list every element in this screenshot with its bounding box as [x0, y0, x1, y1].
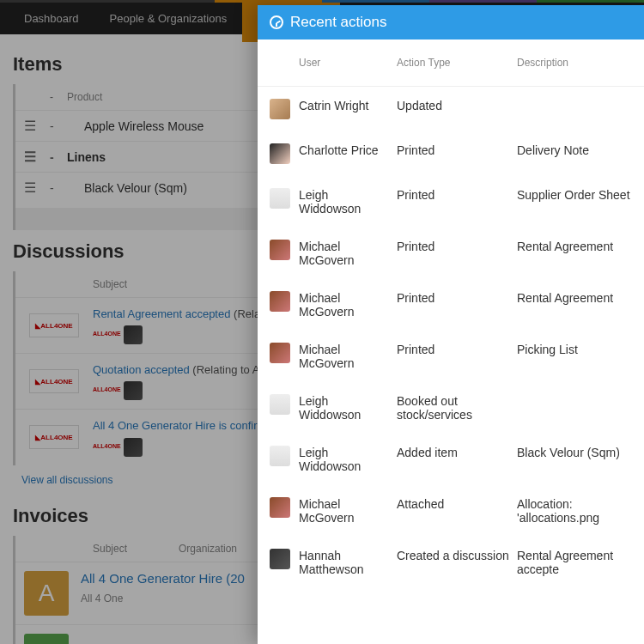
action-description: Supplier Order Sheet: [517, 188, 632, 202]
action-type: Updated: [397, 99, 517, 112]
avatar: [124, 325, 143, 344]
action-description: Picking List: [517, 343, 632, 356]
avatar: [270, 343, 290, 363]
action-type: Booked out stock/services: [397, 394, 517, 422]
invoice-badge: A: [24, 634, 69, 644]
org-logo: ◣ALL4ONE: [24, 418, 84, 456]
recent-action-row[interactable]: Michael McGovernPrintedRental Agreement: [258, 279, 644, 331]
action-description: Allocation: 'allocations.png: [517, 497, 632, 525]
action-user: Michael McGovern: [299, 291, 397, 319]
action-description: Delivery Note: [517, 143, 632, 157]
recent-action-row[interactable]: Michael McGovernPrintedPicking List: [258, 331, 644, 382]
invoice-badge: A: [24, 571, 69, 616]
avatar: [270, 497, 290, 518]
action-user: Leigh Widdowson: [299, 394, 397, 422]
action-description: Rental Agreement accepte: [517, 549, 632, 576]
recent-action-row[interactable]: Catrin WrightUpdated: [258, 87, 644, 131]
discussions-col-subject: Subject: [93, 278, 127, 290]
recent-actions-panel: Recent actions User Action Type Descript…: [258, 5, 644, 644]
action-description: Black Velour (Sqm): [517, 446, 632, 459]
action-user: Hannah Matthewson: [299, 549, 397, 576]
recent-action-row[interactable]: Leigh WiddowsonBooked out stock/services: [258, 382, 644, 434]
action-user: Leigh Widdowson: [299, 446, 397, 473]
panel-header: Recent actions: [258, 5, 644, 39]
action-type: Added item: [397, 446, 517, 459]
action-description: Rental Agreement: [517, 240, 632, 253]
invoices-col-subject: Subject: [93, 543, 179, 555]
recent-action-row[interactable]: Leigh WiddowsonPrintedSupplier Order She…: [258, 176, 644, 228]
avatar: [270, 291, 290, 312]
action-type: Created a discussion: [397, 549, 517, 562]
panel-title: Recent actions: [290, 14, 386, 31]
invoice-org: All 4 One: [81, 592, 245, 605]
clock-icon: [270, 15, 283, 29]
org-logo: ◣ALL4ONE: [24, 307, 84, 344]
discussion-link[interactable]: Rental Agreement accepted: [93, 307, 230, 320]
avatar: [270, 240, 290, 260]
avatar: [270, 446, 290, 466]
action-type: Printed: [397, 188, 517, 202]
avatar: [270, 549, 290, 569]
items-col-product: Product: [67, 91, 102, 103]
nav-dashboard[interactable]: Dashboard: [9, 3, 94, 34]
action-user: Catrin Wright: [299, 99, 397, 112]
avatar: [270, 188, 290, 209]
avatar: [124, 438, 143, 457]
view-all-discussions-link[interactable]: View all discussions: [13, 465, 122, 495]
recent-action-row[interactable]: Leigh WiddowsonAdded itemBlack Velour (S…: [258, 434, 644, 485]
avatar: [270, 143, 290, 164]
nav-people-organizations[interactable]: People & Organizations: [94, 3, 243, 34]
discussion-link[interactable]: Quotation accepted: [93, 363, 190, 376]
org-logo: ◣ALL4ONE: [24, 362, 84, 400]
drag-handle-icon[interactable]: ☰: [24, 149, 50, 165]
avatar: [124, 381, 143, 400]
drag-handle-icon[interactable]: ☰: [24, 118, 50, 134]
action-type: Printed: [397, 343, 517, 356]
recent-action-row[interactable]: Michael McGovernPrintedRental Agreement: [258, 228, 644, 279]
panel-col-user: User: [299, 57, 397, 69]
recent-action-row[interactable]: Michael McGovernAttachedAllocation: 'all…: [258, 485, 644, 537]
action-user: Michael McGovern: [299, 497, 397, 525]
action-user: Leigh Widdowson: [299, 188, 397, 216]
drag-handle-icon[interactable]: ☰: [24, 179, 50, 196]
panel-col-desc: Description: [517, 57, 632, 69]
action-type: Printed: [397, 143, 517, 157]
action-user: Michael McGovern: [299, 240, 397, 267]
action-description: Rental Agreement: [517, 291, 632, 305]
invoices-col-org: Organization: [179, 543, 237, 555]
action-type: Attached: [397, 497, 517, 511]
recent-action-row[interactable]: Hannah MatthewsonCreated a discussionRen…: [258, 537, 644, 588]
recent-action-row[interactable]: Charlotte PricePrintedDelivery Note: [258, 131, 644, 176]
discussion-link[interactable]: All 4 One Generator Hire is confirme: [93, 419, 273, 432]
action-user: Michael McGovern: [299, 343, 397, 370]
avatar: [270, 394, 290, 415]
panel-col-action: Action Type: [397, 57, 517, 69]
action-user: Charlotte Price: [299, 143, 397, 157]
invoice-link[interactable]: All 4 One Generator Hire (20: [81, 571, 245, 586]
action-type: Printed: [397, 240, 517, 253]
avatar: [270, 99, 290, 119]
action-type: Printed: [397, 291, 517, 305]
